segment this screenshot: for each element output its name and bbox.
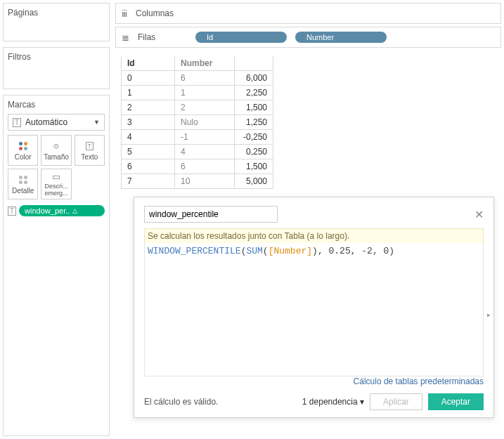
mark-type-select[interactable]: T Automático ▼ (8, 114, 105, 131)
text-type-icon: T (8, 207, 16, 216)
default-table-calc-link[interactable]: Cálculo de tablas predeterminadas (144, 376, 484, 386)
data-table: Id Number 066,000112,250221,5003Nulo1,25… (121, 56, 273, 189)
table-row[interactable]: 112,250 (122, 86, 273, 100)
detail-button[interactable]: Detalle (8, 169, 38, 199)
columns-label: Columnas (136, 8, 185, 18)
rows-label: Filas (138, 32, 187, 42)
valid-status: El cálculo es válido. (144, 397, 218, 407)
close-icon[interactable]: ✕ (474, 208, 484, 221)
worksheet-area: ⅲ Columnas ≣ Filas Id Number Id Number 0… (112, 0, 504, 439)
text-type-icon: T (13, 118, 21, 127)
size-button[interactable]: ⌾ Tamaño (41, 135, 71, 166)
warning-icon: △ (72, 207, 77, 214)
color-icon (19, 140, 27, 152)
pages-panel: Páginas (3, 3, 110, 41)
header-id[interactable]: Id (122, 56, 175, 71)
text-icon: T (86, 140, 94, 152)
dependency-dropdown[interactable]: 1 dependencia ▾ (302, 397, 364, 407)
table-row[interactable]: 7105,000 (122, 174, 273, 189)
table-row[interactable]: 661,500 (122, 159, 273, 174)
table-row[interactable]: 540,250 (122, 145, 273, 159)
ok-button[interactable]: Aceptar (428, 393, 484, 410)
mark-grid: Color ⌾ Tamaño T Texto (8, 135, 105, 199)
detail-icon (19, 174, 27, 185)
color-button[interactable]: Color (8, 135, 38, 166)
columns-shelf[interactable]: ⅲ Columnas (115, 3, 501, 24)
tooltip-icon: ▭ (52, 171, 60, 182)
calc-pill[interactable]: window_per.. △ (19, 205, 105, 216)
marks-panel: Marcas T Automático ▼ Color ⌾ (3, 95, 110, 436)
marks-title: Marcas (8, 100, 105, 110)
calc-name-input[interactable] (144, 206, 278, 223)
pages-title: Páginas (8, 8, 105, 18)
formula-input[interactable]: WINDOW_PERCENTILE(SUM([Number]), 0.25, -… (144, 243, 484, 376)
filters-title: Filtros (8, 52, 105, 62)
header-number[interactable]: Number (175, 56, 235, 71)
mark-type-label: Automático (25, 117, 67, 127)
pill-number[interactable]: Number (295, 32, 387, 43)
expand-icon[interactable]: ▸ (486, 310, 491, 320)
header-value (235, 56, 273, 71)
columns-icon: ⅲ (122, 8, 127, 19)
calc-context-banner: Se calculan los resultados junto con Tab… (144, 228, 484, 243)
rows-icon: ≣ (122, 32, 129, 43)
mark-pill-row: T window_per.. △ (8, 205, 105, 216)
table-row[interactable]: 4-1-0,250 (122, 130, 273, 145)
apply-button[interactable]: Aplicar (370, 393, 422, 410)
left-sidebar: Páginas Filtros Marcas T Automático ▼ (0, 0, 112, 439)
calculation-editor: ✕ Se calculan los resultados junto con T… (134, 197, 494, 418)
chevron-down-icon: ▼ (93, 119, 100, 126)
data-table-area: Id Number 066,000112,250221,5003Nulo1,25… (121, 56, 496, 189)
table-row[interactable]: 066,000 (122, 71, 273, 86)
table-row[interactable]: 3Nulo1,250 (122, 115, 273, 130)
table-row[interactable]: 221,500 (122, 100, 273, 115)
pill-id[interactable]: Id (195, 32, 287, 43)
filters-panel: Filtros (3, 47, 110, 89)
rows-shelf[interactable]: ≣ Filas Id Number (115, 27, 501, 48)
size-icon: ⌾ (53, 140, 59, 152)
text-button[interactable]: T Texto (75, 135, 105, 166)
tooltip-button[interactable]: ▭ Descri... emerg... (41, 169, 71, 199)
